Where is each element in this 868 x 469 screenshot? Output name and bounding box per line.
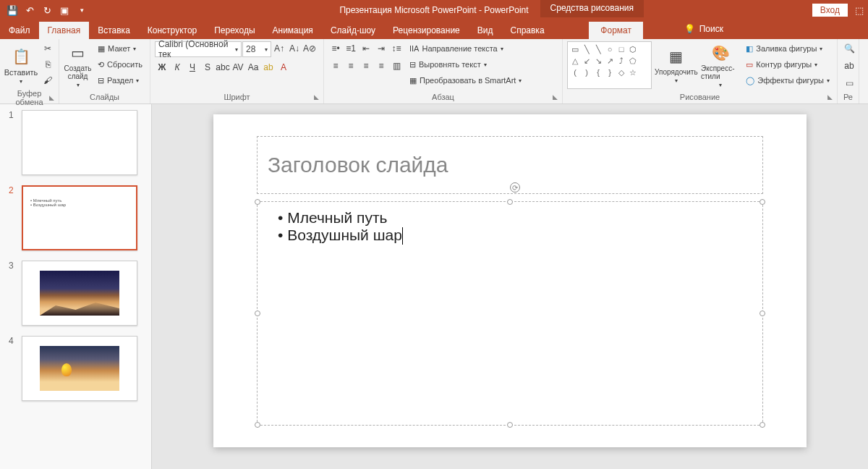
slide-canvas[interactable]: Заголовок слайда ⟳ Млечный путь Воздушны… bbox=[152, 104, 868, 469]
redo-icon[interactable]: ↻ bbox=[39, 1, 55, 19]
slide: Заголовок слайда ⟳ Млечный путь Воздушны… bbox=[213, 114, 807, 447]
align-left-icon[interactable]: ≡ bbox=[328, 59, 343, 73]
align-text-button[interactable]: ⊟Выровнять текст▾ bbox=[407, 57, 524, 72]
convert-smartart-button[interactable]: ▦Преобразовать в SmartArt▾ bbox=[407, 73, 524, 88]
decrease-font-icon[interactable]: A↓ bbox=[287, 41, 302, 56]
bullet-item: Воздушный шар bbox=[278, 227, 742, 245]
dialog-launcher-icon[interactable]: ◣ bbox=[827, 93, 833, 101]
tab-slideshow[interactable]: Слайд-шоу bbox=[322, 22, 384, 39]
start-from-beginning-icon[interactable]: ▣ bbox=[56, 1, 72, 19]
tab-home[interactable]: Главная bbox=[39, 22, 90, 39]
format-painter-icon[interactable]: 🖌 bbox=[41, 73, 55, 88]
arrange-label: Упорядочить bbox=[655, 68, 698, 76]
strikethrough-icon[interactable]: S bbox=[200, 60, 215, 75]
ribbon-display-options-icon[interactable]: ⬚ bbox=[855, 5, 864, 16]
save-icon[interactable]: 💾 bbox=[4, 1, 20, 19]
font-name-combo[interactable]: Calibri (Основной тек▾ bbox=[155, 41, 242, 57]
tab-view[interactable]: Вид bbox=[469, 22, 502, 39]
layout-icon: ▦ bbox=[98, 44, 105, 54]
new-slide-button[interactable]: ▭ Создать слайд ▾ bbox=[64, 41, 92, 89]
thumb-number: 4 bbox=[9, 336, 16, 346]
rotate-handle-icon[interactable]: ⟳ bbox=[510, 182, 520, 193]
text-direction-button[interactable]: IIAНаправление текста▾ bbox=[407, 41, 524, 56]
arrange-button[interactable]: ▦ Упорядочить ▾ bbox=[655, 41, 698, 89]
reset-button[interactable]: ⟲Сбросить bbox=[95, 57, 145, 72]
underline-icon[interactable]: Ч bbox=[185, 60, 200, 75]
slide-thumbnail-3[interactable] bbox=[22, 261, 137, 326]
layout-button[interactable]: ▦Макет▾ bbox=[95, 41, 145, 56]
tab-transitions[interactable]: Переходы bbox=[205, 22, 263, 39]
font-size-combo[interactable]: 28▾ bbox=[242, 41, 271, 57]
slide-thumbnail-2[interactable]: • Млечный путь • Воздушный шар bbox=[22, 185, 137, 250]
dialog-launcher-icon[interactable]: ◣ bbox=[314, 93, 319, 101]
smartart-icon: ▦ bbox=[409, 76, 417, 85]
undo-icon[interactable]: ↶ bbox=[22, 1, 38, 19]
select-icon[interactable]: ▭ bbox=[842, 76, 856, 90]
tab-help[interactable]: Справка bbox=[501, 22, 553, 39]
shape-outline-button[interactable]: ▭Контур фигуры▾ bbox=[743, 57, 833, 72]
decrease-indent-icon[interactable]: ⇤ bbox=[359, 41, 373, 56]
styles-label: Экспресс-стили bbox=[701, 64, 740, 80]
content-placeholder[interactable]: Млечный путь Воздушный шар bbox=[257, 201, 763, 426]
italic-icon[interactable]: К bbox=[170, 60, 184, 75]
tab-design[interactable]: Конструктор bbox=[139, 22, 205, 39]
group-label-drawing: Рисование bbox=[680, 93, 720, 101]
shape-effects-button[interactable]: ◯Эффекты фигуры▾ bbox=[743, 73, 833, 88]
bold-icon[interactable]: Ж bbox=[155, 60, 169, 75]
section-button[interactable]: ⊟Раздел▾ bbox=[95, 73, 145, 88]
section-icon: ⊟ bbox=[98, 76, 104, 85]
group-drawing: ▭╲╲○□⬡ △↙↘↗⤴⬠ (){}◇☆ ▦ Упорядочить ▾ 🎨 Э… bbox=[563, 39, 838, 103]
tell-me-search[interactable]: 💡 Поиск bbox=[684, 24, 723, 34]
window-title: Презентация Microsoft PowerPoint - Power… bbox=[339, 5, 528, 15]
cut-icon[interactable]: ✂ bbox=[41, 41, 55, 56]
image-preview bbox=[40, 346, 119, 391]
dialog-launcher-icon[interactable]: ◣ bbox=[49, 94, 54, 101]
char-spacing-icon[interactable]: AV bbox=[231, 60, 245, 75]
tab-review[interactable]: Рецензирование bbox=[384, 22, 469, 39]
title-bar: 💾 ↶ ↻ ▣ ▾ Презентация Microsoft PowerPoi… bbox=[0, 0, 868, 20]
slide-thumbnail-1[interactable] bbox=[22, 110, 137, 175]
qat-customize-icon[interactable]: ▾ bbox=[74, 1, 90, 19]
find-icon[interactable]: 🔍 bbox=[842, 41, 856, 56]
outline-icon: ▭ bbox=[746, 60, 753, 69]
group-paragraph: ≡• ≡1 ⇤ ⇥ ↕≡ ≡ ≡ ≡ ≡ ▥ IIAНаправление те… bbox=[324, 39, 563, 103]
tab-format[interactable]: Формат bbox=[589, 22, 643, 39]
sign-in-button[interactable]: Вход bbox=[812, 4, 848, 17]
copy-icon[interactable]: ⎘ bbox=[41, 57, 55, 72]
replace-icon[interactable]: ab bbox=[842, 59, 856, 73]
columns-icon[interactable]: ▥ bbox=[389, 59, 404, 73]
group-label-font: Шрифт bbox=[224, 93, 250, 101]
quick-styles-button[interactable]: 🎨 Экспресс-стили ▾ bbox=[701, 41, 740, 89]
clear-format-icon[interactable]: A⊘ bbox=[302, 41, 317, 56]
dialog-launcher-icon[interactable]: ◣ bbox=[553, 93, 558, 101]
tab-file[interactable]: Файл bbox=[0, 22, 39, 39]
numbering-icon[interactable]: ≡1 bbox=[344, 41, 358, 56]
bullets-icon[interactable]: ≡• bbox=[328, 41, 343, 56]
thumb-number: 2 bbox=[9, 185, 16, 195]
align-text-icon: ⊟ bbox=[409, 60, 416, 69]
justify-icon[interactable]: ≡ bbox=[374, 59, 388, 73]
group-slides: ▭ Создать слайд ▾ ▦Макет▾ ⟲Сбросить ⊟Раз… bbox=[59, 39, 150, 103]
increase-indent-icon[interactable]: ⇥ bbox=[374, 41, 388, 56]
shape-fill-button[interactable]: ◧Заливка фигуры▾ bbox=[743, 41, 833, 56]
clipboard-icon: 📋 bbox=[11, 46, 31, 67]
font-color-icon[interactable]: A bbox=[276, 60, 291, 75]
increase-font-icon[interactable]: A↑ bbox=[272, 41, 286, 56]
group-label-paragraph: Абзац bbox=[432, 93, 454, 101]
align-center-icon[interactable]: ≡ bbox=[344, 59, 358, 73]
align-right-icon[interactable]: ≡ bbox=[359, 59, 373, 73]
effects-icon: ◯ bbox=[746, 76, 754, 85]
slide-thumbnail-4[interactable] bbox=[22, 336, 137, 401]
shadow-icon[interactable]: abc bbox=[216, 60, 230, 75]
new-slide-label: Создать слайд bbox=[64, 64, 92, 80]
line-spacing-icon[interactable]: ↕≡ bbox=[389, 41, 404, 56]
highlight-icon[interactable]: ab bbox=[261, 60, 276, 75]
shapes-gallery[interactable]: ▭╲╲○□⬡ △↙↘↗⤴⬠ (){}◇☆ bbox=[567, 41, 652, 89]
group-editing: 🔍 ab ▭ Ре bbox=[838, 39, 859, 103]
tab-insert[interactable]: Вставка bbox=[89, 22, 139, 39]
group-font: Calibri (Основной тек▾ 28▾ A↑ A↓ A⊘ Ж К … bbox=[150, 39, 324, 103]
change-case-icon[interactable]: Aa bbox=[246, 60, 260, 75]
paste-button[interactable]: 📋 Вставить ▾ bbox=[4, 41, 38, 89]
tab-animations[interactable]: Анимация bbox=[264, 22, 322, 39]
fill-icon: ◧ bbox=[746, 44, 753, 54]
